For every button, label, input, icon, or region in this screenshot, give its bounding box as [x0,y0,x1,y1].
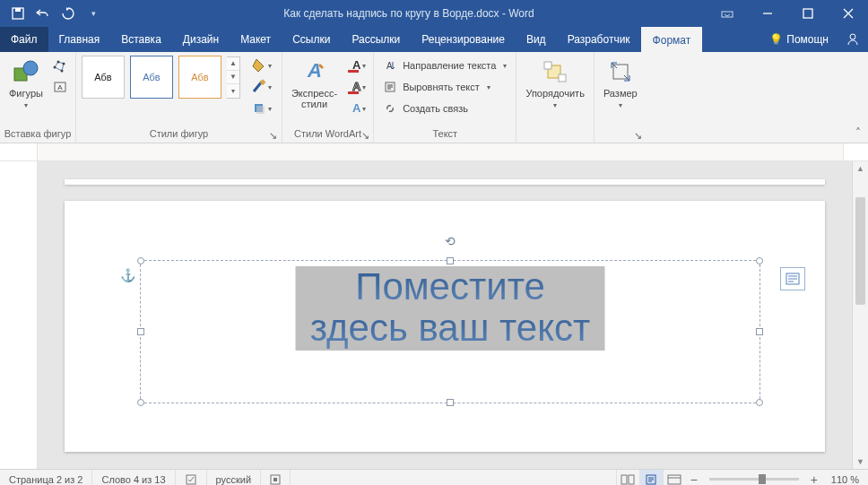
group-label-text: Текст [374,126,516,143]
group-shape-styles: Абв Абв Абв ▲ ▼ ▾ ▾ ▾ ▾ Стили фигур↘ [76,52,282,143]
close-button[interactable] [828,0,868,27]
group-wordart-styles: A Экспресс- стили A▾ A▾ A▾ Стили WordArt… [282,52,374,143]
tab-view[interactable]: Вид [516,27,557,52]
share-button[interactable] [838,27,868,52]
svg-point-10 [62,63,65,65]
tab-home[interactable]: Главная [48,27,111,52]
size-label: Размер [603,88,638,99]
shape-style-2[interactable]: Абв [130,56,173,99]
handle-nw[interactable] [137,257,144,264]
document-canvas[interactable]: ⚓ ⟲ Поместите здесь ваш текст [38,161,852,469]
vertical-scrollbar[interactable]: ▲ ▼ [852,161,868,469]
tab-mailings[interactable]: Рассылки [341,27,411,52]
view-read-mode[interactable] [616,470,639,485]
gallery-down[interactable]: ▼ [227,71,239,84]
ruler-area [0,143,868,161]
layout-options-button[interactable] [780,267,805,290]
tab-design[interactable]: Дизайн [172,27,230,52]
text-effects-button[interactable]: A▾ [344,99,368,118]
group-label-insert-shapes: Вставка фигур [0,126,75,143]
tab-file[interactable]: Файл [0,27,48,52]
svg-rect-30 [559,74,566,82]
handle-n[interactable] [447,257,454,264]
qat-customize[interactable]: ▾ [82,3,104,24]
tell-me[interactable]: 💡 Помощн [760,27,838,52]
tab-layout[interactable]: Макет [230,27,282,52]
text-direction-button[interactable]: AНаправление текста▾ [379,56,510,75]
scroll-down[interactable]: ▼ [853,455,868,469]
arrange-button[interactable]: Упорядочить▾ [522,56,587,112]
tab-format[interactable]: Формат [641,27,703,52]
shape-style-gallery[interactable]: Абв Абв Абв ▲ ▼ ▾ [82,56,240,99]
status-macro[interactable] [261,470,291,485]
page[interactable]: ⚓ ⟲ Поместите здесь ваш текст [65,201,825,452]
create-link-button[interactable]: Создать связь [379,99,510,118]
shape-style-3[interactable]: Абв [178,56,221,99]
wordart-textbox[interactable]: ⟲ Поместите здесь ваш текст [140,260,760,403]
svg-point-9 [56,61,59,64]
quick-styles-icon: A [300,57,329,86]
horizontal-ruler[interactable] [38,143,843,160]
undo-button[interactable] [32,3,54,24]
zoom-slider[interactable] [709,478,799,481]
text-fill-button[interactable]: A▾ [344,56,368,75]
zoom-out-button[interactable]: − [686,472,702,486]
size-launcher[interactable]: ↘ [632,129,645,142]
save-button[interactable] [7,3,29,24]
gallery-more[interactable]: ▾ [227,84,239,98]
wordart-styles-launcher[interactable]: ↘ [359,129,371,142]
scroll-thumb[interactable] [855,197,865,305]
maximize-button[interactable] [787,0,828,27]
align-text-icon [383,80,397,94]
tab-insert[interactable]: Вставка [110,27,172,52]
group-insert-shapes: Фигуры▾ A Вставка фигур [0,52,76,143]
edit-shape-button[interactable] [50,56,70,75]
zoom-level[interactable]: 110 % [822,470,868,485]
view-web-layout[interactable] [663,470,686,485]
view-print-layout[interactable] [639,470,663,485]
quick-styles-button[interactable]: A Экспресс- стили [288,56,341,111]
zoom-knob[interactable] [759,474,766,484]
document-area: ⚓ ⟲ Поместите здесь ваш текст ▲ ▼ [0,161,868,469]
vertical-ruler[interactable] [0,161,38,469]
rotate-handle[interactable]: ⟲ [445,234,456,248]
shapes-button[interactable]: Фигуры▾ [5,56,47,112]
handle-sw[interactable] [137,399,144,406]
ribbon-tabs: Файл Главная Вставка Дизайн Макет Ссылки… [0,27,868,52]
collapse-ribbon-button[interactable]: ˄ [848,52,868,143]
shape-effects-button[interactable]: ▾ [247,99,276,118]
draw-textbox-button[interactable]: A [50,77,70,97]
link-icon [383,101,397,116]
handle-ne[interactable] [756,257,763,264]
ribbon-options-button[interactable] [707,0,747,27]
handle-se[interactable] [756,399,763,406]
svg-rect-21 [348,91,359,94]
handle-e[interactable] [756,328,763,335]
status-page[interactable]: Страница 2 из 2 [0,470,92,485]
gallery-up[interactable]: ▲ [227,57,239,71]
shape-outline-button[interactable]: ▾ [247,77,276,97]
redo-button[interactable] [57,3,79,24]
svg-text:A: A [352,101,361,115]
size-button[interactable]: Размер▾ [600,56,641,112]
shape-style-1[interactable]: Абв [82,56,125,99]
handle-w[interactable] [137,328,144,335]
wordart-text[interactable]: Поместите здесь ваш текст [296,266,605,351]
tab-references[interactable]: Ссылки [282,27,341,52]
svg-rect-38 [273,478,277,481]
scroll-up[interactable]: ▲ [853,161,868,176]
tab-developer[interactable]: Разработчик [557,27,641,52]
handle-s[interactable] [447,399,454,406]
tab-review[interactable]: Рецензирование [411,27,516,52]
svg-rect-39 [621,475,627,484]
text-outline-button[interactable]: A▾ [344,77,368,97]
status-language[interactable]: русский [207,470,261,485]
status-proofing[interactable] [176,470,207,485]
align-text-button[interactable]: Выровнять текст▾ [379,77,510,97]
minimize-button[interactable] [747,0,787,27]
status-words[interactable]: Слово 4 из 13 [92,470,175,485]
svg-point-5 [850,34,855,39]
shape-styles-launcher[interactable]: ↘ [267,129,280,142]
shape-fill-button[interactable]: ▾ [247,56,276,75]
zoom-in-button[interactable]: + [806,472,822,486]
